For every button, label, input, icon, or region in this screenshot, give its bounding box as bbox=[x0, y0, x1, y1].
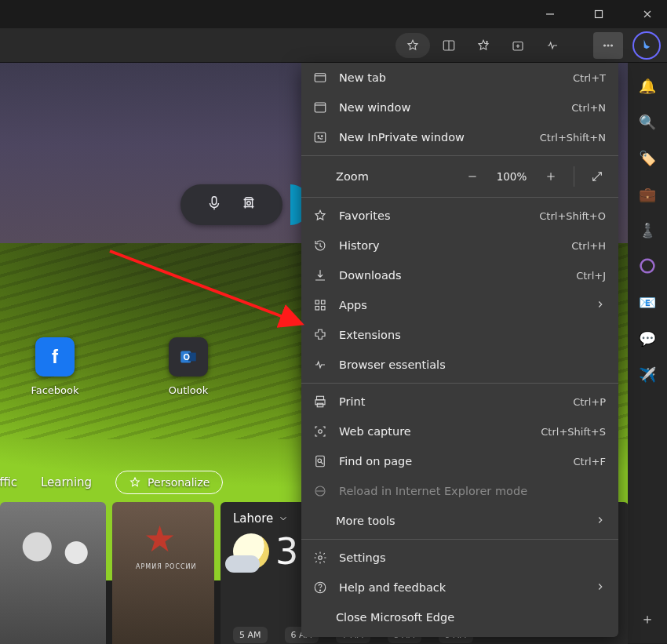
nav-link-traffic[interactable]: affic bbox=[0, 475, 17, 489]
svg-point-24 bbox=[319, 430, 323, 434]
svg-point-15 bbox=[318, 136, 319, 137]
svg-point-3 bbox=[604, 45, 606, 46]
weather-temperature: 3 bbox=[275, 530, 298, 573]
chevron-right-icon bbox=[595, 515, 606, 528]
quick-link-label: Outlook bbox=[169, 384, 209, 396]
outlook-tile-icon: O bbox=[169, 337, 208, 377]
menu-shortcut: Ctrl+N bbox=[571, 102, 606, 114]
menu-item-print[interactable]: Print Ctrl+P bbox=[301, 387, 618, 417]
svg-rect-14 bbox=[315, 133, 326, 142]
menu-label: Browser essentials bbox=[339, 358, 606, 371]
search-icon[interactable]: 🔍 bbox=[639, 113, 656, 130]
bing-chat-icon[interactable] bbox=[632, 31, 661, 60]
menu-label: New window bbox=[339, 101, 560, 114]
personalize-button[interactable]: Personalize bbox=[115, 471, 223, 494]
search-box-controls[interactable] bbox=[180, 184, 282, 225]
hour-chip[interactable]: 5 AM bbox=[233, 627, 268, 643]
window-minimize-button[interactable] bbox=[532, 0, 568, 28]
chevron-right-icon bbox=[595, 581, 606, 595]
menu-label: Print bbox=[339, 395, 562, 408]
menu-label: Favorites bbox=[339, 209, 528, 222]
svg-rect-23 bbox=[317, 403, 323, 407]
menu-label: Settings bbox=[339, 551, 606, 564]
menu-shortcut: Ctrl+H bbox=[571, 240, 606, 252]
menu-shortcut: Ctrl+Shift+N bbox=[540, 132, 606, 144]
menu-item-settings[interactable]: Settings bbox=[301, 543, 618, 573]
fullscreen-button[interactable] bbox=[585, 165, 609, 188]
menu-item-close-edge[interactable]: Close Microsoft Edge bbox=[301, 602, 618, 632]
svg-rect-12 bbox=[315, 74, 326, 82]
personalize-label: Personalize bbox=[148, 476, 210, 489]
find-icon bbox=[312, 453, 328, 469]
menu-shortcut: Ctrl+P bbox=[573, 396, 606, 408]
menu-label: Downloads bbox=[339, 269, 565, 282]
more-menu-button[interactable] bbox=[593, 32, 623, 59]
menu-item-extensions[interactable]: Extensions bbox=[301, 320, 618, 350]
news-card[interactable] bbox=[0, 502, 106, 644]
menu-item-new-window[interactable]: New window Ctrl+N bbox=[301, 93, 618, 122]
svg-point-30 bbox=[319, 590, 320, 591]
shopping-tag-icon[interactable]: 🏷️ bbox=[639, 149, 656, 166]
downloads-icon bbox=[312, 267, 328, 283]
menu-label: More tools bbox=[336, 515, 584, 527]
apps-icon bbox=[312, 297, 328, 313]
browser-toolbar bbox=[0, 28, 667, 63]
svg-rect-20 bbox=[322, 307, 326, 311]
zoom-in-button[interactable] bbox=[539, 165, 563, 188]
favorites-star-plus-icon[interactable] bbox=[468, 31, 499, 60]
svg-rect-21 bbox=[317, 396, 324, 400]
split-screen-icon[interactable] bbox=[433, 31, 465, 60]
voice-search-icon[interactable] bbox=[206, 195, 223, 215]
quick-link-outlook[interactable]: O Outlook bbox=[149, 337, 228, 396]
messenger-icon[interactable]: 💬 bbox=[639, 329, 656, 347]
menu-item-find-on-page[interactable]: Find on page Ctrl+F bbox=[301, 446, 618, 476]
menu-shortcut: Ctrl+Shift+S bbox=[541, 426, 606, 438]
news-card[interactable]: ★ АРМИЯ РОССИИ bbox=[112, 502, 214, 644]
toolbox-icon[interactable]: 💼 bbox=[639, 185, 656, 202]
feed-nav: affic Learning Personalize bbox=[0, 471, 223, 494]
nav-link-learning[interactable]: Learning bbox=[41, 475, 92, 489]
menu-label: New InPrivate window bbox=[339, 131, 529, 144]
window-maximize-button[interactable] bbox=[581, 0, 617, 28]
menu-item-downloads[interactable]: Downloads Ctrl+J bbox=[301, 260, 618, 290]
menu-item-history[interactable]: History Ctrl+H bbox=[301, 231, 618, 260]
quick-link-facebook[interactable]: f Facebook bbox=[16, 337, 94, 396]
menu-label: Find on page bbox=[339, 455, 562, 468]
menu-item-web-capture[interactable]: Web capture Ctrl+Shift+S bbox=[301, 417, 618, 446]
favorite-star-icon[interactable] bbox=[395, 33, 430, 58]
window-close-button[interactable] bbox=[629, 0, 665, 28]
favorites-icon bbox=[312, 208, 328, 224]
collections-icon[interactable] bbox=[502, 31, 534, 60]
window-titlebar bbox=[0, 0, 667, 28]
extensions-icon bbox=[312, 327, 328, 343]
help-icon bbox=[312, 580, 328, 595]
games-icon[interactable]: ♟️ bbox=[639, 221, 656, 238]
menu-item-help[interactable]: Help and feedback bbox=[301, 573, 618, 602]
menu-item-more-tools[interactable]: More tools bbox=[301, 506, 618, 536]
menu-item-favorites[interactable]: Favorites Ctrl+Shift+O bbox=[301, 201, 618, 231]
menu-shortcut: Ctrl+Shift+O bbox=[539, 210, 606, 222]
svg-point-28 bbox=[319, 556, 323, 560]
menu-item-new-tab[interactable]: New tab Ctrl+T bbox=[301, 63, 618, 93]
star-emblem-icon: ★ bbox=[144, 518, 176, 560]
chevron-down-icon bbox=[278, 513, 289, 524]
office-icon[interactable] bbox=[639, 257, 656, 275]
svg-point-16 bbox=[322, 136, 323, 137]
outlook-icon[interactable]: 📧 bbox=[639, 293, 656, 311]
news-card-caption: АРМИЯ РОССИИ bbox=[136, 563, 197, 570]
svg-point-26 bbox=[318, 459, 322, 463]
menu-item-apps[interactable]: Apps bbox=[301, 290, 618, 320]
menu-shortcut: Ctrl+J bbox=[576, 270, 606, 282]
performance-heart-icon[interactable] bbox=[537, 31, 568, 60]
menu-item-browser-essentials[interactable]: Browser essentials bbox=[301, 350, 618, 380]
add-sidebar-icon[interactable]: ＋ bbox=[639, 610, 656, 628]
menu-item-new-inprivate[interactable]: New InPrivate window Ctrl+Shift+N bbox=[301, 122, 618, 152]
menu-shortcut: Ctrl+T bbox=[573, 72, 606, 84]
svg-point-7 bbox=[247, 202, 251, 206]
bell-icon[interactable]: 🔔 bbox=[639, 77, 656, 94]
menu-label: Reload in Internet Explorer mode bbox=[339, 485, 606, 497]
zoom-out-button[interactable] bbox=[461, 165, 484, 188]
image-search-icon[interactable] bbox=[240, 195, 257, 215]
telegram-icon[interactable]: ✈️ bbox=[639, 366, 656, 383]
svg-rect-17 bbox=[315, 300, 319, 304]
